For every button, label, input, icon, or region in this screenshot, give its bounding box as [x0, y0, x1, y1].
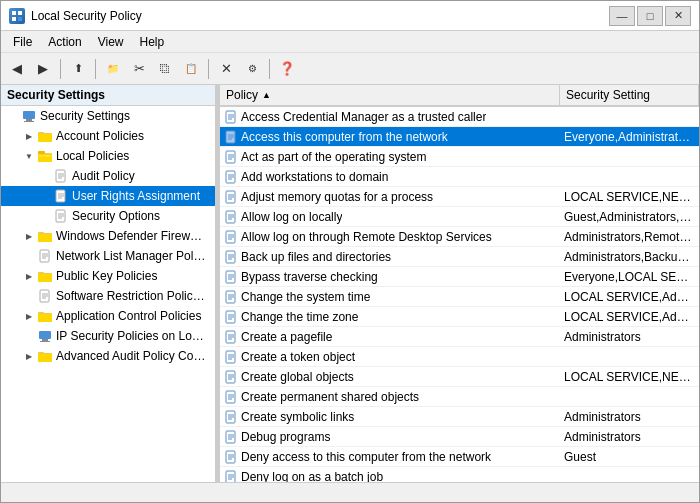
policy-icon [224, 450, 238, 464]
tree-expand-placeholder [5, 108, 21, 124]
menu-view[interactable]: View [90, 33, 132, 51]
tree-item-public-key[interactable]: ▶ Public Key Policies [1, 266, 215, 286]
policy-text: Back up files and directories [241, 250, 391, 264]
menu-action[interactable]: Action [40, 33, 89, 51]
tree-expand-icon[interactable]: ▶ [21, 268, 37, 284]
tree-item-ip-security[interactable]: IP Security Policies on Local Compute... [1, 326, 215, 346]
list-row[interactable]: Access Credential Manager as a trusted c… [220, 107, 699, 127]
policy-cell: Create permanent shared objects [220, 389, 560, 405]
tree-item-windows-defender[interactable]: ▶ Windows Defender Firewall with Adva... [1, 226, 215, 246]
svg-rect-5 [26, 119, 32, 121]
svg-rect-13 [39, 155, 51, 157]
security-cell [560, 156, 699, 158]
tree-item-account-policies[interactable]: ▶ Account Policies [1, 126, 215, 146]
list-row[interactable]: Act as part of the operating system [220, 147, 699, 167]
list-row[interactable]: Access this computer from the network Ev… [220, 127, 699, 147]
tree-item-user-rights-assignment[interactable]: User Rights Assignment [1, 186, 215, 206]
tree-item-icon [37, 348, 53, 364]
tree-expand-placeholder [37, 168, 53, 184]
tree-item-security-settings[interactable]: Security Settings [1, 106, 215, 126]
list-row[interactable]: Debug programs Administrators [220, 427, 699, 447]
list-row[interactable]: Back up files and directories Administra… [220, 247, 699, 267]
tree-item-label: Network List Manager Policies [56, 249, 206, 263]
svg-rect-11 [38, 151, 45, 154]
list-row[interactable]: Create permanent shared objects [220, 387, 699, 407]
tree-expand-placeholder [21, 328, 37, 344]
svg-rect-48 [38, 354, 52, 362]
tree-item-software-restriction[interactable]: Software Restriction Policies [1, 286, 215, 306]
tree-expand-icon[interactable]: ▼ [21, 148, 37, 164]
menu-help[interactable]: Help [132, 33, 173, 51]
forward-button[interactable]: ▶ [31, 57, 55, 81]
policy-icon [224, 370, 238, 384]
security-cell: Guest,Administrators,Us... [560, 209, 699, 225]
policy-text: Create global objects [241, 370, 354, 384]
tree-item-icon [37, 308, 53, 324]
minimize-button[interactable]: — [609, 6, 635, 26]
paste-button[interactable]: 📋 [179, 57, 203, 81]
help-button[interactable]: ❓ [275, 57, 299, 81]
security-col-label: Security Setting [566, 88, 650, 102]
maximize-button[interactable]: □ [637, 6, 663, 26]
policy-cell: Deny access to this computer from the ne… [220, 449, 560, 465]
menu-bar: File Action View Help [1, 31, 699, 53]
tree-item-network-list[interactable]: Network List Manager Policies [1, 246, 215, 266]
policy-column-header[interactable]: Policy ▲ [220, 85, 560, 105]
security-cell [560, 356, 699, 358]
policy-cell: Bypass traverse checking [220, 269, 560, 285]
policy-cell: Add workstations to domain [220, 169, 560, 185]
policy-text: Create symbolic links [241, 410, 354, 424]
tree-item-local-policies[interactable]: ▼ Local Policies [1, 146, 215, 166]
menu-file[interactable]: File [5, 33, 40, 51]
list-row[interactable]: Change the system time LOCAL SERVICE,Adm… [220, 287, 699, 307]
policy-text: Allow log on through Remote Desktop Serv… [241, 230, 492, 244]
list-panel: Policy ▲ Security Setting Access Credent… [220, 85, 699, 482]
tree-expand-icon[interactable]: ▶ [21, 128, 37, 144]
tree-item-audit-policy[interactable]: Audit Policy [1, 166, 215, 186]
tree-item-icon [37, 228, 53, 244]
list-row[interactable]: Adjust memory quotas for a process LOCAL… [220, 187, 699, 207]
list-row[interactable]: Deny access to this computer from the ne… [220, 447, 699, 467]
tree-item-icon [37, 288, 53, 304]
policy-text: Bypass traverse checking [241, 270, 378, 284]
tree-item-application-control[interactable]: ▶ Application Control Policies [1, 306, 215, 326]
show-hide-button[interactable]: 📁 [101, 57, 125, 81]
policy-text: Create a pagefile [241, 330, 332, 344]
tree-expand-icon[interactable]: ▶ [21, 308, 37, 324]
security-cell: Administrators,Remote ... [560, 229, 699, 245]
list-row[interactable]: Create a token object [220, 347, 699, 367]
list-row[interactable]: Add workstations to domain [220, 167, 699, 187]
tree-item-label: Windows Defender Firewall with Adva... [56, 229, 206, 243]
tree-expand-icon[interactable]: ▶ [21, 348, 37, 364]
up-button[interactable]: ⬆ [66, 57, 90, 81]
policy-icon [224, 250, 238, 264]
list-row[interactable]: Create a pagefile Administrators [220, 327, 699, 347]
delete-button[interactable]: ✕ [214, 57, 238, 81]
cut-button[interactable]: ✂ [127, 57, 151, 81]
back-button[interactable]: ◀ [5, 57, 29, 81]
policy-icon [224, 350, 238, 364]
tree-item-advanced-audit[interactable]: ▶ Advanced Audit Policy Configuration [1, 346, 215, 366]
sort-icon: ▲ [262, 90, 271, 100]
policy-icon [224, 310, 238, 324]
policy-cell: Change the time zone [220, 309, 560, 325]
list-row[interactable]: Bypass traverse checking Everyone,LOCAL … [220, 267, 699, 287]
tree-item-label: Advanced Audit Policy Configuration [56, 349, 206, 363]
list-row[interactable]: Allow log on through Remote Desktop Serv… [220, 227, 699, 247]
list-row[interactable]: Create symbolic links Administrators [220, 407, 699, 427]
copy-button[interactable]: ⿻ [153, 57, 177, 81]
security-cell: LOCAL SERVICE,Admini... [560, 289, 699, 305]
list-row[interactable]: Create global objects LOCAL SERVICE,NETW… [220, 367, 699, 387]
policy-cell: Create symbolic links [220, 409, 560, 425]
security-column-header[interactable]: Security Setting [560, 85, 699, 105]
properties-button[interactable]: ⚙ [240, 57, 264, 81]
list-row[interactable]: Deny log on as a batch job [220, 467, 699, 482]
list-row[interactable]: Allow log on locally Guest,Administrator… [220, 207, 699, 227]
policy-cell: Create a pagefile [220, 329, 560, 345]
window-title: Local Security Policy [31, 9, 142, 23]
policy-icon [224, 410, 238, 424]
close-button[interactable]: ✕ [665, 6, 691, 26]
tree-item-security-options[interactable]: Security Options [1, 206, 215, 226]
tree-expand-icon[interactable]: ▶ [21, 228, 37, 244]
list-row[interactable]: Change the time zone LOCAL SERVICE,Admin… [220, 307, 699, 327]
